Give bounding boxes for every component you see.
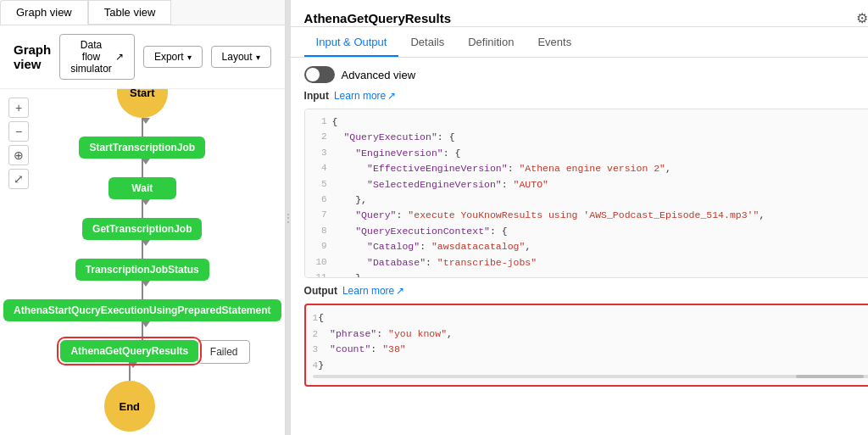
tab-details[interactable]: Details	[398, 29, 456, 57]
settings-icon-button[interactable]: ⚙	[856, 10, 868, 26]
chevron-down-icon: ▾	[256, 53, 260, 62]
fit-button[interactable]: ⊕	[8, 145, 29, 165]
export-button[interactable]: Export ▾	[143, 46, 203, 68]
graph-area: + − ⊕ ⤢ Start StartTranscriptionJob	[0, 89, 285, 435]
node-start-transcription[interactable]: StartTranscriptionJob	[79, 137, 205, 159]
code-line: 3 "count": "38"	[313, 342, 868, 358]
node-transcription-status[interactable]: TranscriptionJobStatus	[75, 259, 209, 281]
tab-graph-view[interactable]: Graph view	[0, 0, 88, 25]
advanced-view-toggle[interactable]	[304, 66, 335, 83]
code-line: 11 },	[312, 270, 868, 278]
layout-button[interactable]: Layout ▾	[211, 46, 271, 68]
tab-definition[interactable]: Definition	[456, 29, 526, 57]
data-flow-simulator-button[interactable]: Data flow simulator ↗	[59, 34, 135, 80]
input-code-block: ⧉ 1{ 2 "QueryExecution": { 3 "EngineVers…	[304, 109, 868, 278]
node-get-transcription[interactable]: GetTranscriptionJob	[82, 218, 202, 240]
code-line: 1{	[313, 310, 868, 326]
rp-body: Advanced view Input Learn more ↗ ⧉ 1{ 2 …	[291, 58, 868, 435]
tab-events[interactable]: Events	[526, 29, 583, 57]
tab-table-view[interactable]: Table view	[88, 0, 172, 25]
connector	[142, 199, 143, 218]
right-panel: AthenaGetQueryResults ⚙ ✕ Input & Output…	[291, 0, 868, 435]
graph-title: Graph view	[14, 42, 51, 71]
tab-input-output[interactable]: Input & Output	[304, 29, 399, 57]
input-learn-more-link[interactable]: Learn more ↗	[334, 90, 396, 102]
advanced-view-row: Advanced view	[304, 66, 868, 83]
code-line: 6 },	[312, 192, 868, 208]
input-section-header: Input Learn more ↗	[304, 90, 868, 102]
node-failed[interactable]: Failed	[198, 340, 251, 364]
advanced-view-label: Advanced view	[342, 69, 415, 81]
code-line: 4}	[313, 358, 868, 374]
left-panel: Graph view Table view Graph view Data fl…	[0, 0, 286, 435]
node-wait[interactable]: Wait	[108, 177, 176, 199]
code-line: 9 "Catalog": "awsdatacatalog",	[312, 239, 868, 254]
external-link-icon: ↗	[396, 285, 404, 297]
node-athena-start[interactable]: AthenaStartQucryExecutionUsingPreparedSt…	[3, 299, 281, 321]
code-line: 10 "Database": "transcribe-jobs"	[312, 255, 868, 270]
rp-tabs: Input & Output Details Definition Events	[291, 29, 868, 58]
zoom-in-button[interactable]: +	[8, 98, 29, 118]
code-line: 5 "SelectedEngineVersion": "AUTO"	[312, 177, 868, 192]
connector	[142, 159, 143, 177]
connector	[142, 240, 143, 259]
output-section-header: Output Learn more ↗	[304, 285, 868, 297]
output-label: Output	[304, 285, 337, 297]
code-line: 8 "QueryExecutionContext": {	[312, 224, 868, 239]
graph-canvas: Start StartTranscriptionJob Wait GetTran…	[0, 89, 285, 435]
graph-toolbar: Graph view Data flow simulator ↗ Export …	[0, 25, 285, 89]
graph-controls: + − ⊕ ⤢	[8, 98, 29, 189]
external-link-icon: ↗	[387, 90, 396, 102]
connector	[142, 321, 143, 340]
chevron-down-icon: ▾	[187, 53, 192, 62]
scrollbar[interactable]	[313, 375, 868, 378]
rp-title: AthenaGetQueryResults	[304, 11, 857, 25]
node-athena-get[interactable]: AthenaGetQueryResults	[60, 340, 198, 362]
code-line: 1{	[312, 114, 868, 130]
code-line: 3 "EngineVersion": {	[312, 146, 868, 161]
view-tabs: Graph view Table view	[0, 0, 285, 25]
code-line: 2 "QueryExecution": {	[312, 130, 868, 145]
output-code-block: ⧉ 1{ 2 "phrase": "you know", 3 "count": …	[304, 304, 868, 387]
rp-header: AthenaGetQueryResults ⚙ ✕	[291, 0, 868, 27]
input-label: Input	[304, 90, 329, 102]
external-link-icon: ↗	[115, 51, 124, 63]
rp-icon-group: ⚙ ✕	[856, 10, 868, 26]
connector	[142, 118, 143, 137]
connector	[142, 281, 143, 299]
connector	[129, 362, 131, 381]
code-line: 4 "EffectiveEngineVersion": "Athena engi…	[312, 161, 868, 176]
zoom-out-button[interactable]: −	[8, 121, 29, 142]
code-line: 2 "phrase": "you know",	[313, 326, 868, 343]
node-start[interactable]: Start	[117, 89, 168, 118]
fullscreen-button[interactable]: ⤢	[8, 169, 29, 189]
output-learn-more-link[interactable]: Learn more ↗	[342, 285, 404, 297]
code-line: 7 "Query": "execute YouKnowResults using…	[312, 208, 868, 223]
node-end[interactable]: End	[104, 381, 155, 432]
